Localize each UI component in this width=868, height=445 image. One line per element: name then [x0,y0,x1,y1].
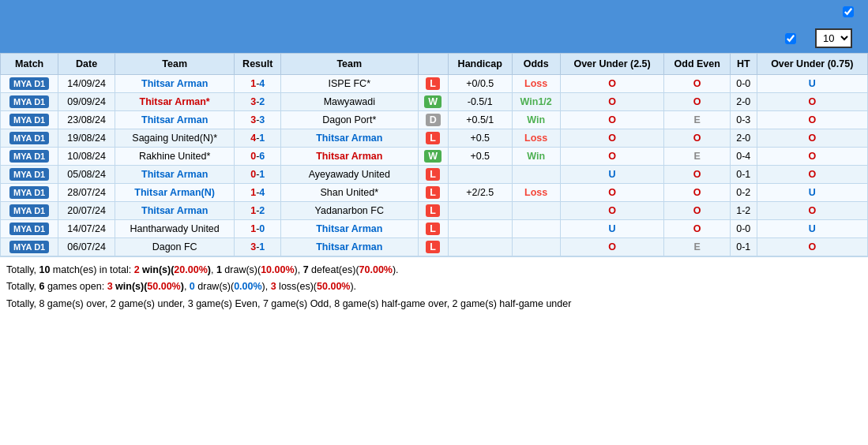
ht-cell: 0-1 [730,238,757,256]
league-cell: MYA D1 [1,202,58,220]
result-cell: L [418,202,448,220]
footer-line3: Totally, 8 game(s) over, 2 game(s) under… [6,296,862,312]
col-odds: Odds [512,54,560,75]
ou075-cell: O [757,93,867,111]
team1-cell: Dagon FC [115,238,235,256]
date-cell: 19/08/24 [58,129,115,148]
date-cell: 23/08/24 [58,111,115,129]
team1-cell: Thitsar Arman [115,166,235,184]
scores-table: Match Date Team Result Team Handicap Odd… [0,53,868,256]
date-cell: 14/09/24 [58,75,115,93]
col-oe: Odd Even [664,54,731,75]
oe-cell: O [664,220,731,238]
col-empty [418,54,448,75]
result-cell: W [418,148,448,166]
table-row: MYA D123/08/24Thitsar Arman3-3Dagon Port… [1,111,868,129]
ht-cell: 0-0 [730,75,757,93]
date-cell: 09/09/24 [58,93,115,111]
result-cell: L [418,220,448,238]
score-cell: 4-1 [235,129,281,148]
table-row: MYA D110/08/24Rakhine United*0-6Thitsar … [1,148,868,166]
team1-cell: Thitsar Arman(N) [115,184,235,202]
team2-cell: Mawyawadi [280,93,418,111]
col-ou075: Over Under (0.75) [757,54,867,75]
date-cell: 05/08/24 [58,166,115,184]
oe-cell: O [664,93,731,111]
ou075-cell: O [757,111,867,129]
ou075-cell: U [757,184,867,202]
result-cell: W [418,93,448,111]
odds-cell [512,238,560,256]
score-cell: 1-4 [235,184,281,202]
team2-cell: Ayeyawady United [280,166,418,184]
date-cell: 14/07/24 [58,220,115,238]
ou075-cell: O [757,202,867,220]
col-date: Date [58,54,115,75]
footer-line2: Totally, 6 games open: 3 win(s)(50.00%),… [6,279,862,295]
odds-cell [512,220,560,238]
odds-cell [512,202,560,220]
col-ht: HT [730,54,757,75]
col-team2: Team [280,54,418,75]
ou075-cell: U [757,75,867,93]
col-handicap: Handicap [448,54,512,75]
league-cell: MYA D1 [1,166,58,184]
odds-cell: Win1/2 [512,93,560,111]
ht-cell: 0-2 [730,184,757,202]
team1-cell: Rakhine United* [115,148,235,166]
col-result: Result [235,54,281,75]
ou25-cell: O [560,148,664,166]
team1-cell: Thitsar Arman [115,202,235,220]
league-cell: MYA D1 [1,184,58,202]
table-row: MYA D105/08/24Thitsar Arman0-1Ayeyawady … [1,166,868,184]
oe-cell: O [664,75,731,93]
ou25-cell: O [560,129,664,148]
ou25-cell: O [560,93,664,111]
footer: Totally, 10 match(es) in total: 2 win(s)… [0,256,868,317]
oe-cell: O [664,202,731,220]
result-cell: L [418,129,448,148]
col-ou25: Over Under (2.5) [560,54,664,75]
handicap-cell [448,166,512,184]
table-row: MYA D120/07/24Thitsar Arman1-2Yadanarbon… [1,202,868,220]
result-cell: L [418,238,448,256]
score-cell: 1-0 [235,220,281,238]
team2-cell: Yadanarbon FC [280,202,418,220]
score-cell: 1-4 [235,75,281,93]
display-notes-checkbox[interactable] [843,6,854,17]
handicap-cell: +2/2.5 [448,184,512,202]
league-cell: MYA D1 [1,238,58,256]
score-cell: 3-2 [235,93,281,111]
oe-cell: O [664,184,731,202]
mya-d1-checkbox[interactable] [785,33,796,44]
league-cell: MYA D1 [1,111,58,129]
handicap-cell: -0.5/1 [448,93,512,111]
ou25-cell: O [560,75,664,93]
table-row: MYA D109/09/24Thitsar Arman*3-2Mawyawadi… [1,93,868,111]
odds-cell: Win [512,148,560,166]
score-cell: 0-1 [235,166,281,184]
table-row: MYA D114/09/24Thitsar Arman1-4ISPE FC*L+… [1,75,868,93]
table-header-row: Match Date Team Result Team Handicap Odd… [1,54,868,75]
games-select[interactable]: 5 10 15 20 25 30 [815,28,852,48]
odds-cell: Loss [512,75,560,93]
league-cell: MYA D1 [1,148,58,166]
team1-cell: Thitsar Arman [115,111,235,129]
date-cell: 28/07/24 [58,184,115,202]
table-row: MYA D119/08/24Sagaing United(N)*4-1Thits… [1,129,868,148]
ht-cell: 0-4 [730,148,757,166]
team1-cell: Hantharwady United [115,220,235,238]
date-cell: 06/07/24 [58,238,115,256]
team2-cell: Thitsar Arman [280,220,418,238]
league-cell: MYA D1 [1,93,58,111]
ou25-cell: O [560,111,664,129]
odds-cell: Loss [512,129,560,148]
handicap-cell [448,238,512,256]
team1-cell: Thitsar Arman* [115,93,235,111]
ou075-cell: O [757,129,867,148]
team1-cell: Thitsar Arman [115,75,235,93]
team2-cell: Thitsar Arman [280,238,418,256]
oe-cell: O [664,166,731,184]
ou075-cell: O [757,238,867,256]
league-cell: MYA D1 [1,75,58,93]
